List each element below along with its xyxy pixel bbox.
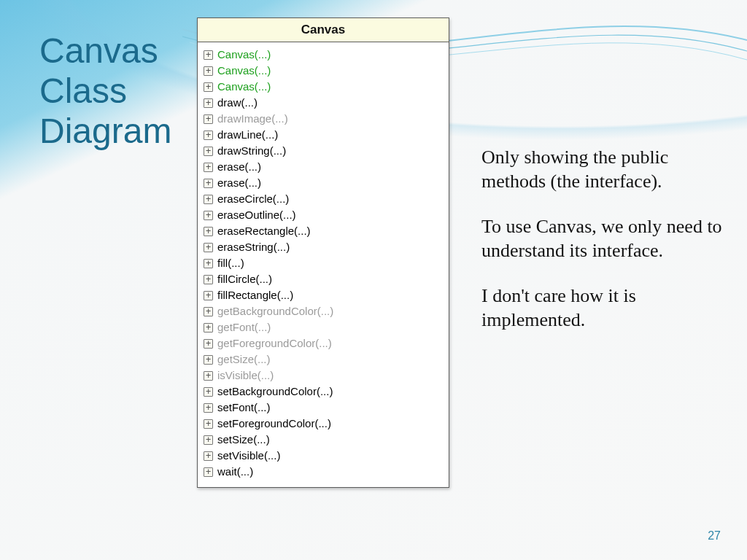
class-diagram-header: Canvas <box>198 18 449 42</box>
title-line-1: Canvas <box>39 31 158 70</box>
method-label: drawLine(...) <box>217 127 278 143</box>
method-row[interactable]: +erase(...) <box>204 159 443 175</box>
plus-expand-icon[interactable]: + <box>204 307 213 316</box>
method-label: Canvas(...) <box>217 47 271 63</box>
method-row[interactable]: +Canvas(...) <box>204 79 443 95</box>
plus-expand-icon[interactable]: + <box>204 387 213 397</box>
method-label: eraseRectangle(...) <box>217 223 311 239</box>
method-row[interactable]: +setSize(...) <box>204 432 443 448</box>
plus-expand-icon[interactable]: + <box>204 435 213 445</box>
title-line-2: Class <box>39 71 127 110</box>
explanatory-text: Only showing the public methods (the int… <box>481 146 722 354</box>
method-row[interactable]: +erase(...) <box>204 175 443 191</box>
method-label: getFont(...) <box>217 319 271 335</box>
method-row[interactable]: +getForegroundColor(...) <box>204 335 443 351</box>
method-row[interactable]: +getSize(...) <box>204 351 443 368</box>
method-label: setSize(...) <box>217 432 270 448</box>
method-row[interactable]: +draw(...) <box>204 95 443 111</box>
method-label: erase(...) <box>217 175 261 191</box>
method-row[interactable]: +eraseRectangle(...) <box>204 223 443 239</box>
method-row[interactable]: +drawLine(...) <box>204 127 443 143</box>
method-label: fill(...) <box>217 255 244 271</box>
method-row[interactable]: +eraseString(...) <box>204 239 443 255</box>
page-number: 27 <box>708 529 721 542</box>
slide-title: Canvas Class Diagram <box>39 31 171 152</box>
method-label: setBackgroundColor(...) <box>217 384 333 400</box>
body-paragraph-3: I don't care how it is implemented. <box>481 284 722 332</box>
plus-expand-icon[interactable]: + <box>204 179 213 188</box>
method-row[interactable]: +fillRectangle(...) <box>204 287 443 303</box>
plus-expand-icon[interactable]: + <box>204 371 213 381</box>
method-label: isVisible(...) <box>217 368 274 384</box>
body-paragraph-2: To use Canvas, we only need to understan… <box>481 215 722 262</box>
plus-expand-icon[interactable]: + <box>204 355 213 365</box>
title-line-3: Diagram <box>39 112 171 150</box>
plus-expand-icon[interactable]: + <box>204 419 213 429</box>
plus-expand-icon[interactable]: + <box>204 195 213 204</box>
method-row[interactable]: +getBackgroundColor(...) <box>204 303 443 319</box>
method-label: getBackgroundColor(...) <box>217 303 333 319</box>
method-row[interactable]: +setVisible(...) <box>204 448 443 464</box>
plus-expand-icon[interactable]: + <box>204 50 213 60</box>
method-label: drawImage(...) <box>217 111 288 127</box>
plus-expand-icon[interactable]: + <box>204 227 213 236</box>
method-label: setVisible(...) <box>217 448 280 464</box>
method-label: fillCircle(...) <box>217 271 272 287</box>
method-row[interactable]: +drawImage(...) <box>204 111 443 127</box>
class-diagram-box: Canvas +Canvas(...)+Canvas(...)+Canvas(.… <box>197 18 449 488</box>
plus-expand-icon[interactable]: + <box>204 66 213 76</box>
plus-expand-icon[interactable]: + <box>204 82 213 92</box>
plus-expand-icon[interactable]: + <box>204 147 213 156</box>
method-row[interactable]: +setFont(...) <box>204 400 443 416</box>
plus-expand-icon[interactable]: + <box>204 323 213 332</box>
method-label: getSize(...) <box>217 351 271 368</box>
method-row[interactable]: +fill(...) <box>204 255 443 271</box>
method-label: fillRectangle(...) <box>217 287 293 303</box>
method-row[interactable]: +fillCircle(...) <box>204 271 443 287</box>
method-row[interactable]: +eraseCircle(...) <box>204 191 443 207</box>
method-row[interactable]: +wait(...) <box>204 464 443 480</box>
method-row[interactable]: +setBackgroundColor(...) <box>204 384 443 400</box>
plus-expand-icon[interactable]: + <box>204 98 213 108</box>
method-row[interactable]: +eraseOutline(...) <box>204 207 443 223</box>
method-label: eraseOutline(...) <box>217 207 296 223</box>
method-row[interactable]: +drawString(...) <box>204 143 443 159</box>
plus-expand-icon[interactable]: + <box>204 163 213 172</box>
method-row[interactable]: +setForegroundColor(...) <box>204 416 443 432</box>
method-label: draw(...) <box>217 95 258 111</box>
method-row[interactable]: +Canvas(...) <box>204 63 443 79</box>
method-label: setForegroundColor(...) <box>217 416 331 432</box>
plus-expand-icon[interactable]: + <box>204 339 213 349</box>
body-paragraph-1: Only showing the public methods (the int… <box>481 146 722 193</box>
plus-expand-icon[interactable]: + <box>204 259 213 268</box>
method-row[interactable]: +Canvas(...) <box>204 47 443 63</box>
method-label: eraseCircle(...) <box>217 191 289 207</box>
method-label: wait(...) <box>217 464 253 480</box>
plus-expand-icon[interactable]: + <box>204 211 213 220</box>
method-row[interactable]: +getFont(...) <box>204 319 443 335</box>
plus-expand-icon[interactable]: + <box>204 243 213 252</box>
method-label: drawString(...) <box>217 143 286 159</box>
method-label: setFont(...) <box>217 400 271 416</box>
plus-expand-icon[interactable]: + <box>204 403 213 413</box>
method-label: eraseString(...) <box>217 239 290 255</box>
method-label: Canvas(...) <box>217 79 271 95</box>
plus-expand-icon[interactable]: + <box>204 275 213 284</box>
method-label: Canvas(...) <box>217 63 271 79</box>
method-label: getForegroundColor(...) <box>217 335 332 351</box>
method-row[interactable]: +isVisible(...) <box>204 368 443 384</box>
plus-expand-icon[interactable]: + <box>204 291 213 300</box>
plus-expand-icon[interactable]: + <box>204 131 213 140</box>
class-diagram-body: +Canvas(...)+Canvas(...)+Canvas(...)+dra… <box>198 42 449 487</box>
plus-expand-icon[interactable]: + <box>204 467 213 477</box>
method-label: erase(...) <box>217 159 261 175</box>
plus-expand-icon[interactable]: + <box>204 451 213 461</box>
plus-expand-icon[interactable]: + <box>204 114 213 124</box>
